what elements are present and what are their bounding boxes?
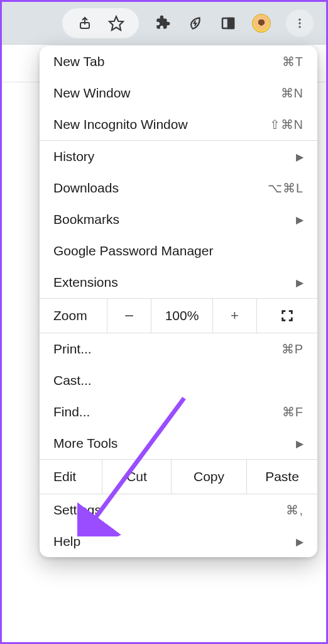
kebab-menu-button[interactable]	[286, 9, 314, 37]
svg-point-5	[298, 22, 300, 24]
share-icon[interactable]	[76, 14, 94, 32]
shortcut-text: ⇧⌘N	[270, 117, 303, 132]
menu-item-downloads[interactable]: Downloads ⌥⌘L	[40, 172, 317, 204]
edit-controls: Edit Cut Copy Paste	[40, 459, 317, 494]
zoom-label: Zoom	[40, 299, 107, 333]
menu-label: History	[53, 149, 296, 164]
chevron-right-icon: ▶	[296, 214, 303, 226]
menu-label: Find...	[53, 404, 282, 419]
extensions-icon[interactable]	[154, 14, 172, 32]
chrome-overflow-menu: New Tab ⌘T New Window ⌘N New Incognito W…	[40, 46, 317, 557]
menu-label: Google Password Manager	[53, 243, 303, 258]
menu-label: Downloads	[53, 180, 268, 196]
zoom-in-button[interactable]: +	[213, 299, 257, 333]
menu-label: More Tools	[53, 436, 296, 451]
browser-toolbar	[2, 2, 326, 45]
menu-label: Bookmarks	[53, 212, 296, 227]
menu-item-settings[interactable]: Settings ⌘,	[40, 494, 317, 526]
shortcut-text: ⌘N	[281, 86, 303, 101]
menu-label: Cast...	[53, 373, 303, 388]
svg-point-6	[298, 26, 300, 28]
shortcut-text: ⌘P	[282, 341, 303, 357]
profile-avatar[interactable]	[252, 14, 271, 33]
shortcut-text: ⌘F	[282, 404, 303, 419]
menu-label: Print...	[53, 341, 282, 357]
zoom-out-button[interactable]: −	[107, 299, 151, 333]
chevron-right-icon: ▶	[296, 536, 303, 548]
menu-item-new-window[interactable]: New Window ⌘N	[40, 77, 317, 109]
chevron-right-icon: ▶	[296, 438, 303, 450]
fullscreen-button[interactable]	[257, 299, 317, 333]
chevron-right-icon: ▶	[296, 277, 303, 289]
menu-item-new-tab[interactable]: New Tab ⌘T	[40, 46, 317, 77]
menu-item-print[interactable]: Print... ⌘P	[40, 333, 317, 365]
edit-label: Edit	[40, 460, 102, 494]
shortcut-text: ⌘,	[286, 502, 303, 518]
cut-button[interactable]: Cut	[102, 460, 172, 494]
copy-button[interactable]: Copy	[172, 460, 247, 494]
menu-label: New Tab	[53, 54, 282, 69]
menu-item-cast[interactable]: Cast...	[40, 365, 317, 396]
menu-item-extensions[interactable]: Extensions ▶	[40, 267, 317, 298]
menu-label: Help	[53, 534, 296, 549]
menu-item-more-tools[interactable]: More Tools ▶	[40, 428, 317, 459]
shortcut-text: ⌥⌘L	[268, 180, 303, 196]
menu-item-bookmarks[interactable]: Bookmarks ▶	[40, 204, 317, 235]
menu-label: New Incognito Window	[53, 117, 270, 132]
svg-point-4	[298, 18, 300, 20]
menu-item-help[interactable]: Help ▶	[40, 526, 317, 557]
menu-label: Settings	[53, 502, 286, 518]
menu-item-history[interactable]: History ▶	[40, 141, 317, 172]
menu-label: New Window	[53, 86, 281, 101]
sidepanel-icon[interactable]	[219, 14, 237, 32]
star-icon[interactable]	[107, 14, 125, 32]
svg-rect-3	[228, 18, 234, 28]
toolbar-pill	[62, 8, 139, 38]
zoom-value: 100%	[151, 299, 213, 333]
menu-item-find[interactable]: Find... ⌘F	[40, 396, 317, 428]
menu-label: Extensions	[53, 275, 296, 290]
zoom-controls: Zoom − 100% +	[40, 298, 317, 333]
leaf-bolt-icon[interactable]	[187, 14, 204, 32]
menu-item-password-manager[interactable]: Google Password Manager	[40, 235, 317, 267]
shortcut-text: ⌘T	[282, 54, 303, 69]
chevron-right-icon: ▶	[296, 151, 303, 163]
svg-marker-1	[109, 16, 123, 30]
paste-button[interactable]: Paste	[247, 460, 317, 494]
menu-item-new-incognito[interactable]: New Incognito Window ⇧⌘N	[40, 109, 317, 140]
